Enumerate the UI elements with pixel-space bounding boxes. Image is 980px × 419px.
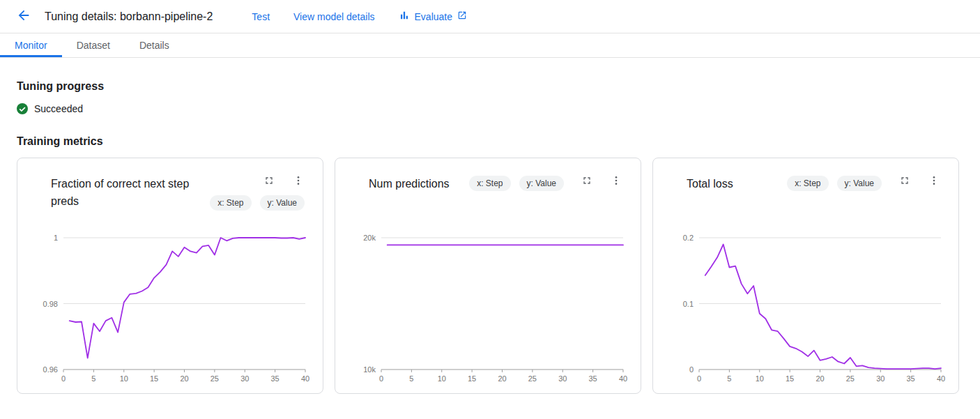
svg-text:25: 25: [528, 374, 537, 383]
view-model-details-button[interactable]: View model details: [293, 11, 374, 22]
fullscreen-button[interactable]: [898, 175, 911, 188]
svg-text:5: 5: [91, 374, 95, 383]
fullscreen-icon: [263, 175, 275, 188]
x-axis-chip[interactable]: x: Step: [787, 176, 828, 191]
metric-card-total-loss: Total loss x: Step y: Value 00.10.205101…: [652, 158, 959, 394]
svg-text:15: 15: [786, 374, 794, 383]
svg-text:0.96: 0.96: [43, 365, 58, 374]
more-vert-icon: [293, 175, 304, 188]
svg-text:30: 30: [240, 374, 249, 383]
svg-text:15: 15: [468, 374, 476, 383]
svg-text:20k: 20k: [363, 234, 376, 242]
more-vert-icon: [928, 175, 940, 188]
svg-text:10k: 10k: [363, 365, 376, 374]
svg-text:20: 20: [816, 374, 824, 383]
svg-text:15: 15: [150, 374, 158, 383]
svg-text:30: 30: [876, 374, 885, 383]
bar-chart-icon: [399, 10, 410, 23]
svg-text:25: 25: [846, 374, 855, 383]
svg-text:20: 20: [498, 374, 506, 383]
svg-text:0.98: 0.98: [43, 300, 58, 308]
chart-title: Num predictions: [369, 175, 469, 192]
x-axis-chip[interactable]: x: Step: [469, 176, 510, 191]
svg-text:1: 1: [54, 234, 58, 242]
tuning-status: Succeeded: [0, 103, 980, 114]
fullscreen-button[interactable]: [263, 175, 275, 188]
more-vert-icon: [611, 175, 622, 188]
svg-text:0: 0: [697, 374, 701, 383]
svg-text:35: 35: [271, 374, 280, 383]
y-axis-chip[interactable]: y: Value: [837, 176, 882, 191]
svg-text:25: 25: [210, 374, 219, 383]
y-axis-chip[interactable]: y: Value: [519, 176, 564, 191]
svg-text:35: 35: [907, 374, 915, 383]
tab-bar: Monitor Dataset Details: [0, 33, 980, 58]
svg-text:10: 10: [756, 374, 764, 383]
app-header: Tuning details: borbann-pipeline-2 Test …: [0, 0, 980, 33]
fullscreen-icon: [581, 175, 592, 188]
tab-details[interactable]: Details: [125, 33, 184, 57]
metric-card-fraction-correct: Fraction of correct next step preds: [17, 158, 323, 394]
chart-title: Total loss: [687, 175, 787, 192]
line-chart-total-loss: 00.10.20510152025303540: [670, 231, 943, 386]
metric-cards: Fraction of correct next step preds: [0, 158, 980, 394]
evaluate-button[interactable]: Evaluate: [399, 10, 467, 23]
chart-title: Fraction of correct next step preds: [51, 175, 210, 210]
svg-text:0: 0: [61, 374, 66, 383]
metric-card-num-predictions: Num predictions x: Step y: Value 10k20k0…: [335, 158, 641, 394]
svg-text:20: 20: [180, 374, 188, 383]
header-actions: Test View model details Evaluate: [252, 10, 467, 23]
svg-text:40: 40: [301, 374, 309, 383]
line-chart-fraction-correct: 0.960.9810510152025303540: [34, 231, 307, 386]
svg-text:35: 35: [589, 374, 597, 383]
y-axis-chip[interactable]: y: Value: [260, 195, 305, 211]
x-axis-chip[interactable]: x: Step: [210, 195, 251, 211]
check-circle-icon: [17, 103, 28, 114]
more-options-button[interactable]: [292, 175, 305, 188]
svg-text:40: 40: [937, 374, 945, 383]
open-in-new-icon: [457, 10, 467, 22]
svg-text:5: 5: [409, 374, 413, 383]
svg-text:0: 0: [689, 365, 694, 374]
page-title: Tuning details: borbann-pipeline-2: [45, 10, 213, 23]
line-chart-num-predictions: 10k20k0510152025303540: [352, 231, 625, 386]
svg-text:0: 0: [379, 374, 383, 383]
more-options-button[interactable]: [928, 175, 940, 188]
test-button[interactable]: Test: [252, 11, 270, 22]
tuning-progress-heading: Tuning progress: [0, 80, 980, 93]
svg-text:0.2: 0.2: [683, 234, 694, 242]
arrow-back-icon: [16, 8, 31, 25]
svg-text:5: 5: [727, 374, 731, 383]
svg-text:0.1: 0.1: [683, 300, 694, 308]
svg-text:10: 10: [120, 374, 128, 383]
tab-dataset[interactable]: Dataset: [62, 33, 125, 57]
fullscreen-button[interactable]: [581, 175, 593, 188]
fullscreen-icon: [899, 175, 910, 188]
svg-text:40: 40: [619, 374, 627, 383]
training-metrics-heading: Training metrics: [0, 135, 980, 148]
svg-text:10: 10: [438, 374, 446, 383]
more-options-button[interactable]: [610, 175, 622, 188]
tab-monitor[interactable]: Monitor: [0, 33, 62, 57]
svg-text:30: 30: [558, 374, 567, 383]
back-button[interactable]: [13, 6, 35, 28]
status-label: Succeeded: [34, 103, 83, 114]
